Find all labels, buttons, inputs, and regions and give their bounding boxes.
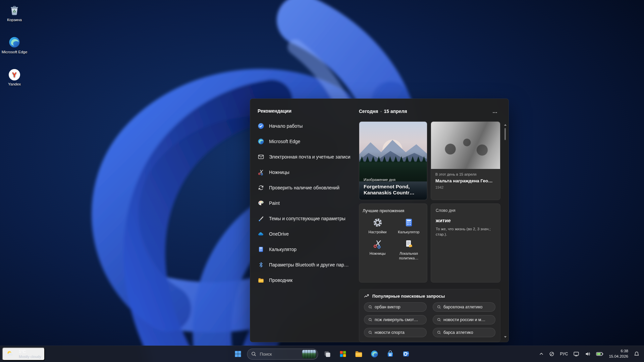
clock[interactable]: 6:38 15.04.2026	[606, 347, 631, 361]
on-this-day-text: В этот день в 15 апреля Мальта награжден…	[431, 169, 500, 193]
outlook-button[interactable]	[399, 347, 413, 361]
notifications-button[interactable]	[631, 347, 642, 361]
tray-expand-button[interactable]	[537, 347, 546, 361]
outlook-icon	[402, 350, 410, 358]
recommendation-item-snipping[interactable]: Ножницы	[255, 165, 359, 180]
edge-icon	[8, 36, 20, 48]
start-button[interactable]	[231, 347, 245, 361]
search-icon	[368, 330, 372, 335]
search-icon	[368, 305, 372, 309]
search-input[interactable]	[259, 351, 300, 357]
on-this-day-card[interactable]: В этот день в 15 апреля Мальта награжден…	[431, 121, 500, 200]
trending-query[interactable]: орбан виктор	[364, 302, 427, 312]
recommendation-label: Microsoft Edge	[269, 139, 300, 144]
check-updates-icon	[258, 184, 264, 191]
app-shortcut-snipping[interactable]: Ножницы	[363, 239, 392, 261]
trending-header: Популярные поисковые запросы	[364, 293, 495, 299]
calculator-icon	[258, 246, 264, 253]
store-button[interactable]	[384, 347, 397, 361]
on-this-day-kicker: В этот день в 15 апреля	[435, 172, 496, 176]
display-icon	[573, 351, 579, 357]
search-icon	[437, 318, 441, 322]
cast-display-button[interactable]	[571, 347, 582, 361]
desktop-icon-yandex[interactable]: Y Yandex	[1, 69, 28, 87]
trending-query[interactable]: барса атлетико	[433, 328, 495, 337]
on-this-day-year: 1942	[435, 185, 496, 189]
app-shortcut-settings[interactable]: Настройки	[363, 218, 392, 235]
top-apps-card: Лучшие приложения Настройки	[359, 203, 427, 283]
trending-query[interactable]: барселона атлетико	[433, 302, 495, 312]
file-explorer-button[interactable]	[352, 347, 366, 361]
image-of-day-card[interactable]: Изображение дня Forgetmenot Pond, Kanana…	[359, 121, 427, 200]
search-box-daily-image[interactable]	[302, 350, 316, 358]
tray-status-button[interactable]	[547, 347, 557, 361]
app-shortcut-calculator[interactable]: Калькулятор	[394, 218, 424, 235]
recommendation-label: Калькулятор	[269, 247, 297, 252]
top-apps-title: Лучшие приложения	[363, 208, 424, 213]
word-of-day-word: житие	[436, 218, 495, 223]
recycle-bin-icon	[9, 5, 20, 16]
app-shortcut-local-policy[interactable]: Локальная политика…	[394, 239, 424, 261]
scrollbar-track[interactable]	[504, 126, 506, 336]
mail-icon	[258, 154, 264, 160]
desktop-icon-edge[interactable]: Microsoft Edge	[1, 36, 28, 55]
recommendation-item-updates[interactable]: Проверить наличие обновлений	[255, 180, 359, 195]
chevron-up-icon	[539, 352, 544, 356]
bluetooth-icon	[258, 261, 264, 268]
scroll-up-icon[interactable]	[504, 124, 507, 126]
recommendation-label: Электронная почта и учетные записи	[269, 154, 350, 160]
recommendation-item-explorer[interactable]: Проводник	[255, 273, 359, 288]
weather-widget-button[interactable]: 1°C Mostly cloudy	[2, 347, 45, 361]
scroll-down-icon[interactable]	[504, 336, 507, 338]
recommendation-item-get-started[interactable]: Начало работы	[255, 118, 359, 134]
edge-button[interactable]	[368, 347, 381, 361]
recommendation-label: Проводник	[269, 278, 292, 283]
search-icon	[368, 318, 372, 322]
recommendation-item-paint[interactable]: Paint	[255, 195, 359, 211]
settings-icon	[373, 218, 383, 228]
volume-button[interactable]	[582, 347, 593, 361]
word-of-day-card[interactable]: Слово дня житие То же, что жизнь (во 2, …	[431, 203, 500, 283]
desktop-icon-label: Yandex	[8, 82, 21, 87]
app-shortcut-label: Настройки	[369, 230, 387, 235]
desktop-icon-label: Microsoft Edge	[2, 50, 28, 55]
paint-icon	[258, 200, 264, 206]
battery-icon	[596, 352, 603, 356]
system-tray: РУС 6:38 15.04.2026	[537, 346, 642, 362]
recommendation-item-calculator[interactable]: Калькулятор	[255, 242, 359, 257]
recommendation-item-edge[interactable]: Microsoft Edge	[255, 134, 359, 149]
desktop-icon-recycle-bin[interactable]: Корзина	[1, 5, 28, 22]
task-view-button[interactable]	[321, 347, 334, 361]
trending-query-label: новости спорта	[375, 330, 405, 335]
today-date: 15 апреля	[384, 109, 407, 114]
pinned-app-button[interactable]	[336, 347, 350, 361]
language-switcher[interactable]: РУС	[557, 347, 570, 361]
battery-button[interactable]	[594, 347, 606, 361]
recommendations-column: Рекомендации Начало работы Microsoft Edg…	[250, 99, 359, 342]
trending-query[interactable]: новости россии и м…	[433, 315, 495, 324]
weather-temp: 1°C	[19, 349, 26, 354]
edge-icon	[371, 350, 379, 358]
file-explorer-icon	[355, 350, 363, 358]
pinned-app-icon	[339, 350, 347, 358]
recommendation-item-bluetooth[interactable]: Параметры Bluetooth и другие пар…	[255, 257, 359, 273]
recommendation-item-mail[interactable]: Электронная почта и учетные записи	[255, 149, 359, 165]
trending-query-label: новости россии и м…	[443, 317, 485, 322]
trending-query[interactable]: псж ливерпуль смот…	[364, 315, 427, 324]
taskbar-center	[231, 346, 413, 362]
recommendation-label: Ножницы	[269, 170, 289, 175]
bell-icon	[634, 351, 640, 357]
recommendation-item-themes[interactable]: Темы и сопутствующие параметры	[255, 211, 359, 226]
app-shortcut-label: Локальная политика…	[394, 251, 424, 261]
trending-query-label: барса атлетико	[443, 330, 473, 335]
search-box[interactable]	[247, 349, 318, 360]
trending-query[interactable]: новости спорта	[364, 328, 427, 337]
recommendation-label: Темы и сопутствующие параметры	[269, 216, 345, 221]
get-started-icon	[258, 123, 264, 129]
panel-scrollbar[interactable]	[503, 124, 507, 338]
more-options-button[interactable]: …	[490, 108, 500, 115]
recommendation-item-onedrive[interactable]: OneDrive	[255, 226, 359, 242]
scrollbar-thumb[interactable]	[504, 128, 506, 140]
image-of-day-text: Изображение дня Forgetmenot Pond, Kanana…	[364, 178, 424, 196]
on-this-day-photo	[431, 122, 500, 169]
